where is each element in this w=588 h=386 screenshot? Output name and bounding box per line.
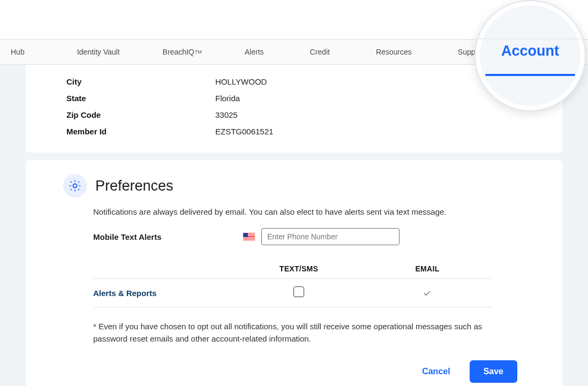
profile-row-city: City HOLLYWOOD: [66, 73, 522, 90]
save-button[interactable]: Save: [470, 360, 517, 383]
nav-identity-vault[interactable]: Identity Vault: [67, 40, 130, 64]
label-member-id: Member Id: [66, 127, 215, 136]
profile-row-zip: Zip Code 33025: [66, 107, 522, 123]
preferences-disclaimer: * Even if you have chosen to opt out all…: [93, 320, 492, 345]
nav-credit[interactable]: Credit: [300, 40, 340, 64]
label-city: City: [66, 77, 215, 86]
textsms-checkbox[interactable]: [293, 286, 304, 297]
nav-breachiq[interactable]: BreachIQTM: [153, 40, 212, 64]
phone-number-input[interactable]: [261, 228, 399, 245]
nav-alerts[interactable]: Alerts: [235, 40, 274, 64]
gear-icon: [63, 174, 87, 198]
pref-table-header: TEXT/SMS EMAIL: [93, 260, 492, 278]
account-magnifier: Account: [474, 0, 586, 111]
account-underline: [485, 74, 575, 76]
preferences-table: TEXT/SMS EMAIL Alerts & Reports: [93, 260, 492, 307]
mobile-text-alerts-label: Mobile Text Alerts: [93, 232, 243, 241]
value-state: Florida: [215, 94, 240, 103]
mobile-text-alerts-row: Mobile Text Alerts: [93, 228, 522, 245]
cancel-button[interactable]: Cancel: [418, 361, 454, 382]
pref-table-row-alerts: Alerts & Reports: [93, 278, 492, 307]
profile-row-state: State Florida: [66, 90, 522, 107]
row-alerts-name: Alerts & Reports: [93, 289, 235, 298]
page-background: City HOLLYWOOD State Florida Zip Code 33…: [0, 65, 588, 386]
nav-hub[interactable]: Hub: [1, 40, 34, 64]
label-state: State: [66, 94, 215, 103]
nav-account-highlight[interactable]: Account: [476, 43, 585, 59]
us-flag-icon[interactable]: [243, 233, 255, 240]
value-city: HOLLYWOOD: [215, 77, 267, 86]
preferences-description: Notifications are always delivered by em…: [93, 207, 522, 216]
value-member-id: EZSTG0061521: [215, 127, 273, 136]
svg-point-0: [73, 184, 77, 188]
preferences-actions: Cancel Save: [63, 360, 517, 383]
preferences-card: Preferences Notifications are always del…: [26, 160, 562, 386]
trademark-superscript: TM: [195, 49, 202, 55]
nav-breachiq-label: BreachIQ: [163, 48, 194, 56]
preferences-title: Preferences: [95, 178, 174, 194]
value-zip: 33025: [215, 110, 238, 119]
profile-row-member-id: Member Id EZSTG0061521: [66, 123, 522, 140]
nav-resources[interactable]: Resources: [366, 40, 421, 64]
label-zip: Zip Code: [66, 110, 215, 119]
col-textsms: TEXT/SMS: [235, 264, 363, 273]
preferences-header: Preferences: [63, 174, 522, 198]
col-email: EMAIL: [363, 264, 492, 273]
email-check-icon: [423, 287, 432, 296]
